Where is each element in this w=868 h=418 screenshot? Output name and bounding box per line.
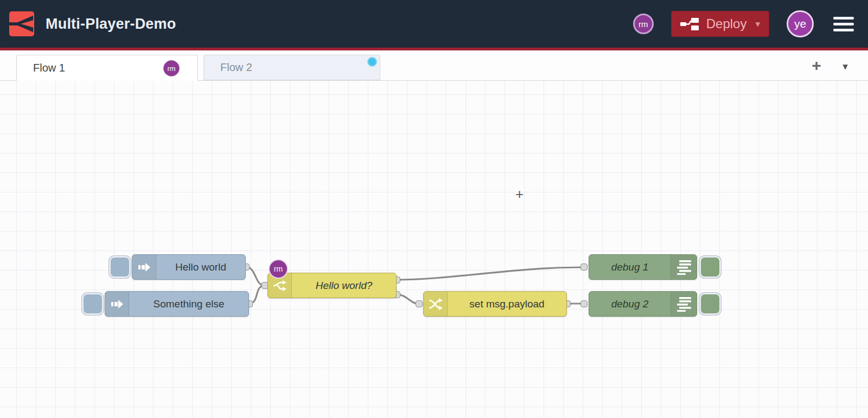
node-debug-2[interactable]: debug 2 — [589, 291, 697, 317]
tab-flow-2[interactable]: Flow 2 — [203, 55, 380, 80]
tab-flow-1[interactable]: Flow 1 rm — [16, 55, 198, 81]
tab-label: Flow 1 — [33, 62, 65, 74]
node-inject-hello-world[interactable]: Hello world — [132, 254, 246, 280]
node-label: set msg.payload — [448, 292, 566, 316]
node-label: debug 1 — [589, 255, 671, 279]
node-red-editor: Multi-Player-Demo rm Deploy ▾ ye Flow 1 … — [0, 0, 868, 418]
debug-toggle-button[interactable] — [699, 293, 721, 315]
debug-icon — [671, 292, 697, 316]
change-icon — [424, 292, 448, 316]
hamburger-icon — [833, 17, 854, 20]
input-port[interactable] — [580, 300, 588, 307]
collaborator-badge: rm — [163, 60, 180, 76]
inject-icon — [105, 292, 129, 316]
user-avatar[interactable]: ye — [787, 10, 814, 37]
hamburger-icon — [833, 29, 854, 31]
deploy-icon — [680, 17, 699, 31]
deploy-button[interactable]: Deploy ▾ — [671, 11, 769, 37]
debug-icon — [671, 255, 697, 279]
activity-dot — [367, 57, 377, 67]
node-change-set-payload[interactable]: set msg.payload — [423, 291, 567, 317]
collaborator-badge: rm — [269, 259, 288, 279]
wire[interactable] — [397, 267, 582, 280]
node-label: Hello world — [156, 255, 245, 279]
add-flow-button[interactable]: + — [807, 56, 826, 75]
flowfuse-logo-icon — [9, 11, 34, 36]
main-menu-button[interactable] — [833, 17, 854, 31]
hamburger-icon — [833, 23, 854, 25]
inject-trigger-button[interactable] — [82, 293, 104, 315]
node-label: Hello world? — [292, 273, 396, 298]
inject-trigger-button[interactable] — [109, 256, 131, 278]
header: Multi-Player-Demo rm Deploy ▾ ye — [0, 0, 868, 48]
page-title: Multi-Player-Demo — [46, 16, 176, 33]
node-label: Something else — [129, 292, 248, 316]
mouse-cursor-crosshair: + — [515, 186, 524, 203]
inject-icon — [132, 255, 156, 279]
node-switch-hello-world[interactable]: Hello world? — [267, 273, 397, 298]
wire-layer — [0, 81, 868, 418]
debug-toggle-button[interactable] — [699, 256, 721, 278]
flow-list-caret-icon[interactable]: ▾ — [837, 58, 853, 74]
node-inject-something-else[interactable]: Something else — [105, 291, 249, 317]
collaborator-avatar[interactable]: rm — [633, 14, 654, 34]
deploy-button-label: Deploy — [706, 16, 747, 31]
node-label: debug 2 — [589, 292, 671, 316]
flow-tab-bar: Flow 1 rm Flow 2 + ▾ — [0, 50, 868, 81]
tab-label: Flow 2 — [220, 61, 252, 74]
node-debug-1[interactable]: debug 1 — [589, 254, 697, 280]
flow-canvas[interactable]: Hello world Something else Hello wo — [0, 81, 868, 418]
input-port[interactable] — [416, 300, 423, 307]
deploy-options-caret-icon[interactable]: ▾ — [755, 18, 760, 30]
input-port[interactable] — [580, 263, 588, 271]
